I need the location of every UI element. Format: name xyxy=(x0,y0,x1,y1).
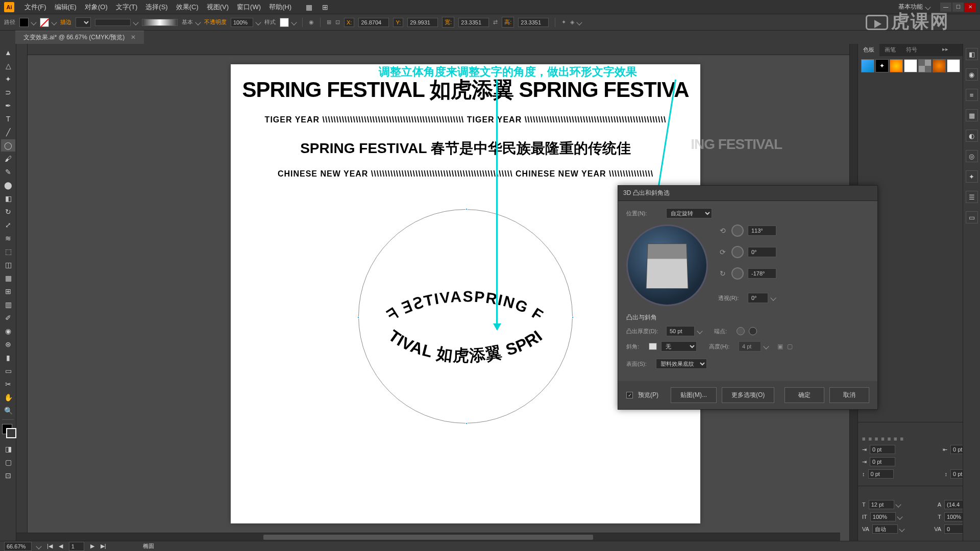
maximize-button[interactable]: ☐ xyxy=(952,3,964,12)
magic-wand-tool[interactable]: ✦ xyxy=(1,73,15,85)
dialog-title[interactable]: 3D 凸出和斜角选 xyxy=(618,186,877,201)
eyedropper-tool[interactable]: ✐ xyxy=(1,312,15,324)
tab-swatches[interactable]: 色板 xyxy=(858,44,879,56)
swatch-item[interactable] xyxy=(861,59,874,72)
shape-builder-tool[interactable]: ◫ xyxy=(1,259,15,271)
swatch-item[interactable] xyxy=(947,59,960,72)
nav-next-icon[interactable]: ▶ xyxy=(90,543,94,549)
pen-tool[interactable]: ✒ xyxy=(1,99,15,112)
rotation-cube-preview[interactable] xyxy=(626,224,708,306)
align-icon[interactable]: ⊞ xyxy=(327,19,331,26)
color-panel-icon[interactable]: ◧ xyxy=(966,48,978,60)
opacity-input[interactable] xyxy=(231,18,253,27)
bevel-height-input[interactable] xyxy=(739,341,761,352)
cap-off-icon[interactable] xyxy=(749,327,757,335)
screen-mode-icon[interactable]: ⊡ xyxy=(1,469,15,482)
bevel-select[interactable]: 无 xyxy=(661,341,697,352)
direct-selection-tool[interactable]: △ xyxy=(1,60,15,72)
blob-brush-tool[interactable]: ⬤ xyxy=(1,179,15,191)
close-button[interactable]: ✕ xyxy=(965,3,976,12)
symbol-sprayer-tool[interactable]: ⊛ xyxy=(1,338,15,350)
swatch-item[interactable]: ✦ xyxy=(875,59,889,72)
layers-panel-icon[interactable]: ☰ xyxy=(966,191,978,203)
circle-text-object[interactable]: ᖷ ƎƧTIVASPRING F TIVAL 如虎添翼 SPRI xyxy=(358,209,573,423)
width-tool[interactable]: ≋ xyxy=(1,232,15,244)
kerning[interactable] xyxy=(872,524,898,534)
h-input[interactable] xyxy=(518,18,549,27)
bevel-out-icon[interactable]: ▢ xyxy=(787,343,793,350)
rotate-x-input[interactable] xyxy=(748,226,776,236)
depth-input[interactable] xyxy=(666,326,695,336)
position-select[interactable]: 自定旋转 xyxy=(666,208,712,218)
space-before[interactable] xyxy=(868,469,894,479)
nav-first-icon[interactable]: |◀ xyxy=(47,543,53,549)
gradient-tool[interactable]: ▥ xyxy=(1,298,15,311)
swatch-item[interactable] xyxy=(904,59,917,72)
color-guide-icon[interactable]: ◉ xyxy=(966,68,978,81)
isolate-icon[interactable]: ◈ xyxy=(570,19,574,26)
selection-tool[interactable]: ▲ xyxy=(1,46,15,59)
panel-collapse-icon[interactable]: ▸▸ xyxy=(938,44,952,56)
artboard-tool[interactable]: ▭ xyxy=(1,365,15,377)
midline-text[interactable]: SPRING FESTIVAL 春节是中华民族最隆重的传统佳 ING FESTI… xyxy=(231,139,700,158)
x-input[interactable] xyxy=(358,18,389,27)
lasso-tool[interactable]: ⊃ xyxy=(1,86,15,98)
stroke-label[interactable]: 描边 xyxy=(60,18,71,26)
transparency-panel-icon[interactable]: ◐ xyxy=(966,130,978,142)
tab-close-icon[interactable]: ✕ xyxy=(131,34,136,41)
fill-stroke-indicator[interactable] xyxy=(0,422,16,442)
stroke-profile[interactable] xyxy=(95,19,131,26)
font-size[interactable] xyxy=(869,500,894,509)
recolor-icon[interactable]: ◉ xyxy=(309,19,314,26)
pencil-tool[interactable]: ✎ xyxy=(1,166,15,178)
scrollbar-horizontal[interactable] xyxy=(16,533,840,541)
rotate-z-input[interactable] xyxy=(748,268,776,279)
stroke-panel-icon[interactable]: ≡ xyxy=(966,89,978,101)
nav-prev-icon[interactable]: ◀ xyxy=(59,543,63,549)
column-graph-tool[interactable]: ▮ xyxy=(1,352,15,364)
color-mode-icon[interactable]: ◨ xyxy=(1,443,15,455)
hand-tool[interactable]: ✋ xyxy=(1,391,15,404)
paintbrush-tool[interactable]: 🖌 xyxy=(1,153,15,165)
slice-tool[interactable]: ✂ xyxy=(1,378,15,390)
y-input[interactable] xyxy=(407,18,438,27)
swatch-item[interactable] xyxy=(918,59,932,72)
cap-on-icon[interactable] xyxy=(737,327,745,335)
stroke-weight[interactable] xyxy=(76,17,91,28)
menu-type[interactable]: 文字(T) xyxy=(112,3,142,12)
fill-swatch[interactable] xyxy=(19,18,29,27)
swatch-item[interactable] xyxy=(890,59,903,72)
mesh-tool[interactable]: ⊞ xyxy=(1,285,15,297)
map-art-button[interactable]: 贴图(M)... xyxy=(671,387,717,403)
menu-edit[interactable]: 编辑(E) xyxy=(51,3,81,12)
stroke-swatch[interactable] xyxy=(40,18,49,27)
opacity-label[interactable]: 不透明度 xyxy=(204,18,227,26)
menu-file[interactable]: 文件(F) xyxy=(20,3,51,12)
scale-v[interactable] xyxy=(870,512,896,521)
menu-window[interactable]: 窗口(W) xyxy=(233,3,265,12)
cancel-button[interactable]: 取消 xyxy=(829,387,869,403)
arrange-docs-icon[interactable]: ▦ xyxy=(302,1,316,13)
more-options-button[interactable]: 更多选项(O) xyxy=(722,387,774,403)
swatch-item[interactable] xyxy=(933,59,946,72)
perspective-input[interactable] xyxy=(748,293,768,303)
rotate-tool[interactable]: ↻ xyxy=(1,206,15,218)
rotate-z-dial[interactable] xyxy=(731,267,744,280)
line-tool[interactable]: ╱ xyxy=(1,126,15,138)
appearance-panel-icon[interactable]: ◎ xyxy=(966,150,978,162)
rotate-y-input[interactable] xyxy=(748,247,776,257)
rotate-y-dial[interactable] xyxy=(731,246,744,258)
ok-button[interactable]: 确定 xyxy=(785,387,824,403)
bevel-in-icon[interactable]: ▣ xyxy=(777,343,783,350)
artboards-panel-icon[interactable]: ▭ xyxy=(966,211,978,223)
surface-select[interactable]: 塑料效果底纹 xyxy=(656,359,707,369)
free-transform-tool[interactable]: ⬚ xyxy=(1,245,15,258)
layout-icon[interactable]: ⊞ xyxy=(318,1,332,13)
perspective-grid-tool[interactable]: ▦ xyxy=(1,272,15,284)
zoom-input[interactable] xyxy=(4,542,32,551)
subline-2[interactable]: CHINESE NEW YEAR \\\\\\\\\\\\\\\\\\\\\\\… xyxy=(231,169,700,179)
ellipse-tool[interactable]: ◯ xyxy=(1,139,15,152)
graphic-styles-icon[interactable]: ✦ xyxy=(966,170,978,183)
transform-icon[interactable]: ⊡ xyxy=(335,19,340,26)
brush-def[interactable] xyxy=(142,19,178,26)
